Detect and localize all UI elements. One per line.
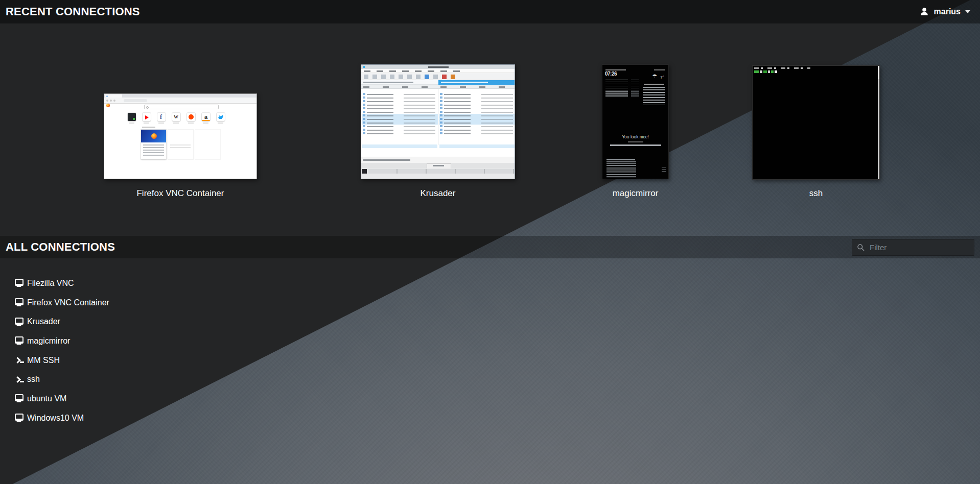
- user-icon: [919, 7, 929, 17]
- all-connections-title: ALL CONNECTIONS: [6, 240, 115, 254]
- monitor-icon: [14, 298, 24, 308]
- all-connections-bar: ALL CONNECTIONS: [0, 236, 980, 258]
- thumbnail-ssh-terminal: [752, 65, 880, 180]
- connection-item-krusader[interactable]: Krusader: [0, 312, 164, 331]
- terminal-icon: [14, 374, 24, 384]
- user-menu[interactable]: marius: [917, 0, 972, 23]
- monitor-icon: [14, 394, 24, 404]
- chevron-down-icon: [965, 10, 970, 13]
- recent-card-label: ssh: [752, 187, 880, 200]
- weather-temperature: 7°: [660, 75, 664, 80]
- connection-item-ubuntu-vm[interactable]: ubuntu VM: [0, 389, 164, 408]
- monitor-icon: [14, 278, 24, 288]
- monitor-icon: [14, 413, 24, 423]
- weather-umbrella-icon: ☂: [652, 74, 657, 79]
- connection-item-filezilla-vnc[interactable]: Filezilla VNC: [0, 274, 164, 293]
- shortcut-tile-reddit: [187, 113, 195, 121]
- connection-item-windows10-vm[interactable]: Windows10 VM: [0, 408, 164, 428]
- user-name: marius: [934, 7, 961, 16]
- connection-item-mm-ssh[interactable]: MM SSH: [0, 351, 164, 370]
- shortcut-tile-youtube: [143, 113, 151, 121]
- header-bar: RECENT CONNECTIONS marius: [0, 0, 980, 23]
- thumbnail-magicmirror: 07:26 ☂ 7° You look nice!: [602, 64, 669, 179]
- filter-wrap: [852, 239, 974, 256]
- thumbnail-firefox: [104, 93, 257, 179]
- connection-item-firefox-vnc-container[interactable]: Firefox VNC Container: [0, 293, 164, 312]
- terminal-scrollbar: [878, 66, 879, 179]
- recent-card-label: Firefox VNC Container: [104, 187, 257, 200]
- filter-input[interactable]: [852, 239, 974, 256]
- terminal-icon: [14, 355, 24, 366]
- monitor-icon: [14, 317, 24, 327]
- connection-item-ssh[interactable]: ssh: [0, 370, 164, 389]
- shortcut-tile-facebook: [157, 113, 166, 121]
- connection-item-magicmirror[interactable]: magicmirror: [0, 331, 164, 351]
- shortcut-tile-wikipedia: [172, 113, 180, 121]
- recent-card-label: Krusader: [361, 187, 515, 200]
- page-title: RECENT CONNECTIONS: [6, 5, 140, 18]
- magicmirror-clock: 07:26: [605, 71, 617, 77]
- magicmirror-compliment: You look nice!: [602, 134, 668, 139]
- recent-card-label: magicmirror: [602, 187, 669, 200]
- shortcut-tile-twitter: [217, 113, 225, 121]
- thumbnail-krusader: [361, 64, 515, 179]
- firefox-logo-icon: [106, 104, 110, 107]
- shortcut-tile-amazon: [202, 113, 210, 121]
- connection-list: Filezilla VNC Firefox VNC Container Krus…: [0, 274, 164, 428]
- monitor-icon: [14, 336, 24, 346]
- shortcut-tile-terminal: [128, 113, 136, 121]
